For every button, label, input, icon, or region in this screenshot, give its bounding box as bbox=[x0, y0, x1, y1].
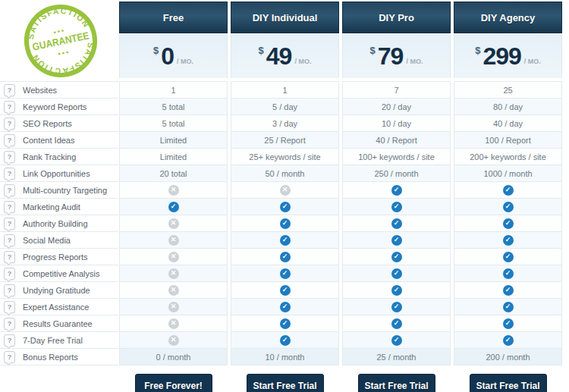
check-icon: ✓ bbox=[391, 235, 402, 246]
feature-value-cell: 100 / Report bbox=[454, 132, 562, 149]
check-icon: ✓ bbox=[280, 302, 291, 312]
start-free-trial-button[interactable]: Start Free Trial bbox=[470, 374, 547, 392]
check-icon: ✓ bbox=[280, 335, 291, 346]
help-tooltip-icon[interactable]: ? bbox=[4, 101, 15, 113]
feature-value-cell: ✕ bbox=[119, 282, 228, 299]
plan-feature-cells: 15 total5 totalLimitedLimited20 total✕✓✕… bbox=[119, 81, 228, 365]
feature-label: Content Ideas bbox=[23, 136, 75, 145]
help-tooltip-icon[interactable]: ? bbox=[4, 84, 15, 96]
help-tooltip-icon[interactable]: ? bbox=[4, 218, 15, 230]
help-tooltip-icon[interactable]: ? bbox=[4, 268, 15, 280]
feature-value-text: 10 / month bbox=[266, 353, 305, 362]
feature-value-text: Limited bbox=[160, 152, 187, 162]
feature-label-row: ?Bonus Reports bbox=[0, 349, 118, 365]
feature-value-text: 3 / day bbox=[272, 119, 297, 128]
feature-value-cell: ✓ bbox=[342, 215, 451, 232]
cross-icon: ✕ bbox=[168, 335, 179, 346]
check-icon: ✓ bbox=[391, 202, 402, 212]
check-icon: ✓ bbox=[391, 252, 402, 262]
pricing-comparison-page: SATISFACTION SATISFACTION GUARANTEE ● ● … bbox=[0, 0, 569, 392]
feature-value-cell: ✓ bbox=[342, 249, 451, 265]
feature-label-row: ?Undying Gratitude bbox=[0, 282, 118, 299]
check-icon: ✓ bbox=[503, 302, 514, 312]
feature-value-cell: 1000 / month bbox=[454, 165, 562, 182]
help-tooltip-icon[interactable]: ? bbox=[4, 201, 15, 213]
help-tooltip-icon[interactable]: ? bbox=[4, 351, 15, 363]
feature-value-cell: ✓ bbox=[342, 265, 451, 282]
feature-label: Bonus Reports bbox=[23, 353, 78, 362]
feature-value-text: 100+ keywords / site bbox=[358, 152, 435, 162]
help-tooltip-icon[interactable]: ? bbox=[4, 168, 15, 180]
check-icon: ✓ bbox=[280, 202, 291, 212]
feature-value-cell: ✓ bbox=[342, 282, 451, 299]
currency-symbol: $ bbox=[259, 45, 264, 56]
price-amount: 0 bbox=[161, 44, 174, 68]
feature-value-text: 250 / month bbox=[374, 169, 418, 178]
feature-label: Progress Reports bbox=[23, 252, 88, 262]
feature-value-text: 200 / month bbox=[486, 353, 530, 362]
feature-value-text: 7 bbox=[394, 86, 398, 95]
start-free-trial-button[interactable]: Start Free Trial bbox=[358, 374, 435, 392]
help-tooltip-icon[interactable]: ? bbox=[4, 134, 15, 146]
feature-value-cell: ✕ bbox=[119, 265, 228, 282]
feature-value-cell: 25+ keywords / site bbox=[231, 149, 339, 165]
feature-value-cell: ✕ bbox=[119, 332, 228, 349]
feature-label: Marketing Audit bbox=[23, 202, 80, 212]
price-amount: 49 bbox=[266, 44, 292, 68]
feature-value-text: Limited bbox=[160, 136, 187, 145]
price-amount: 79 bbox=[378, 44, 404, 68]
feature-label: Results Guarantee bbox=[23, 319, 93, 328]
help-tooltip-icon[interactable]: ? bbox=[4, 251, 15, 263]
help-tooltip-icon[interactable]: ? bbox=[4, 301, 15, 313]
check-icon: ✓ bbox=[168, 202, 179, 212]
feature-label-row: ?Websites bbox=[0, 82, 118, 99]
feature-label-row: ?Expert Assistance bbox=[0, 299, 118, 315]
feature-value-cell: 10 / day bbox=[342, 115, 451, 132]
plan-feature-cells: 720 / day10 / day40 / Report100+ keyword… bbox=[342, 81, 451, 365]
currency-symbol: $ bbox=[370, 45, 376, 56]
plan-price: $299/ MO. bbox=[454, 34, 562, 78]
start-free-trial-button[interactable]: Start Free Trial bbox=[247, 374, 324, 392]
help-tooltip-icon[interactable]: ? bbox=[4, 151, 15, 163]
feature-value-cell: ✓ bbox=[342, 299, 451, 315]
currency-symbol: $ bbox=[153, 45, 159, 56]
feature-value-cell: 1 bbox=[119, 82, 228, 99]
cross-icon: ✕ bbox=[168, 235, 179, 246]
feature-value-text: 100 / Report bbox=[485, 136, 531, 145]
cross-icon: ✕ bbox=[168, 185, 179, 196]
feature-label-row: ?Competitive Analysis bbox=[0, 265, 118, 282]
help-tooltip-icon[interactable]: ? bbox=[4, 234, 15, 246]
feature-value-cell: 200+ keywords / site bbox=[454, 149, 562, 165]
feature-label: Social Media bbox=[23, 236, 71, 245]
feature-label: Websites bbox=[23, 86, 57, 95]
feature-value-cell: 7 bbox=[342, 82, 451, 99]
cross-icon: ✕ bbox=[280, 185, 291, 196]
check-icon: ✓ bbox=[503, 235, 514, 246]
feature-value-cell: ✓ bbox=[231, 265, 339, 282]
feature-value-cell: 20 / day bbox=[342, 99, 451, 115]
feature-value-text: 25+ keywords / site bbox=[249, 152, 320, 162]
help-tooltip-icon[interactable]: ? bbox=[4, 184, 15, 196]
feature-label: Competitive Analysis bbox=[23, 269, 100, 278]
feature-value-cell: ✓ bbox=[454, 215, 562, 232]
feature-label-row: ?Progress Reports bbox=[0, 249, 118, 265]
free-forever-button[interactable]: Free Forever! bbox=[135, 374, 212, 392]
help-tooltip-icon[interactable]: ? bbox=[4, 284, 15, 296]
feature-value-cell: ✓ bbox=[231, 299, 339, 315]
help-tooltip-icon[interactable]: ? bbox=[4, 118, 15, 130]
feature-value-text: 50 / month bbox=[266, 169, 305, 178]
cross-icon: ✕ bbox=[168, 302, 179, 312]
feature-value-text: 25 bbox=[503, 86, 512, 95]
feature-value-text: 1000 / month bbox=[483, 169, 532, 178]
feature-value-cell: Limited bbox=[119, 132, 228, 149]
plan-column-diy-agency: DIY Agency$299/ MO.2580 / day40 / day100… bbox=[454, 0, 562, 392]
feature-value-text: 0 / month bbox=[156, 353, 191, 362]
feature-value-cell: ✕ bbox=[119, 299, 228, 315]
help-tooltip-icon[interactable]: ? bbox=[4, 334, 15, 347]
plan-name-header: DIY Pro bbox=[342, 2, 451, 33]
price-period: / MO. bbox=[524, 58, 541, 65]
feature-label-row: ?Keyword Reports bbox=[0, 99, 118, 115]
feature-value-cell: ✓ bbox=[342, 315, 451, 332]
help-tooltip-icon[interactable]: ? bbox=[4, 318, 15, 330]
feature-label-row: ?Social Media bbox=[0, 232, 118, 249]
